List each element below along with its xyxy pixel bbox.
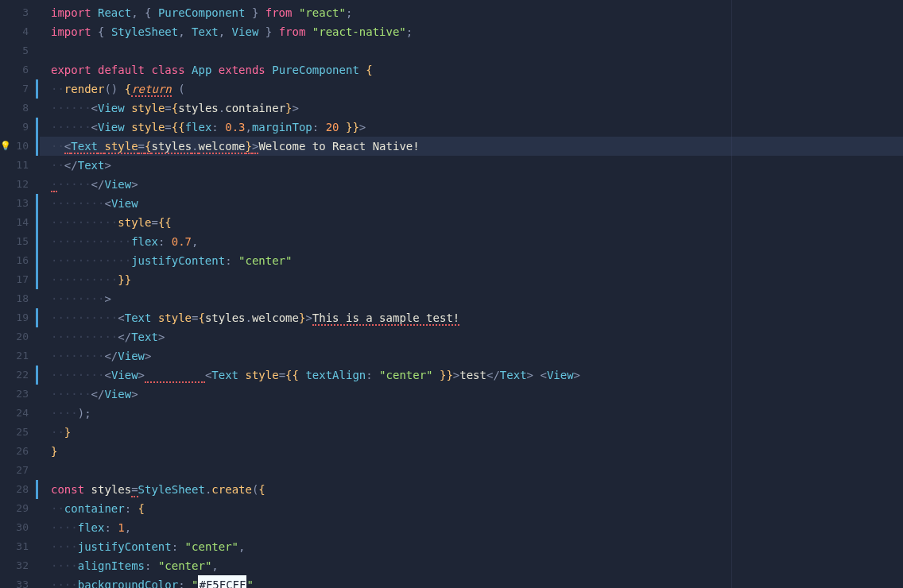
code-area[interactable]: import React, { PureComponent } from "re… (40, 0, 903, 588)
number: 0.7 (172, 235, 192, 248)
code-line[interactable]: ····alignItems: "center", (40, 556, 903, 575)
jsx-tag: View (547, 369, 574, 381)
code-line[interactable]: ········<View> <Text style={{ textAlign:… (40, 366, 903, 385)
jsx-tag: Text (131, 331, 158, 343)
identifier: styles (205, 311, 246, 324)
string: "center" (379, 369, 432, 381)
string: "center" (238, 254, 292, 267)
identifier: welcome (252, 311, 299, 324)
code-line[interactable]: ······<View style={styles.container}> (40, 99, 903, 118)
identifier: container (225, 102, 285, 114)
line-number: 3 (0, 3, 40, 22)
line-number: 8 (0, 99, 40, 118)
property: justifyContent (131, 254, 225, 267)
line-number: 4 (0, 22, 40, 41)
jsx-tag: Text (500, 369, 527, 381)
jsx-tag: Text (78, 159, 105, 172)
code-line[interactable]: ············flex: 0.7, (40, 232, 903, 251)
line-number: 22 (0, 366, 40, 385)
number: 20 (326, 121, 339, 133)
jsx-attr: style (131, 121, 165, 133)
code-line[interactable]: ············justifyContent: "center" (40, 251, 903, 270)
jsx-tag: View (98, 102, 125, 114)
code-line[interactable]: ··········}} (40, 270, 903, 289)
property: textAlign (305, 369, 366, 381)
keyword-export: export (51, 64, 91, 76)
method-name: render (64, 83, 105, 95)
code-line[interactable]: ······<View style={{flex: 0.3,marginTop:… (40, 118, 903, 137)
line-number: 25 (0, 423, 40, 442)
code-line[interactable]: ······</View> (40, 385, 903, 404)
line-number: 31 (0, 537, 40, 556)
code-line[interactable]: import { StyleSheet, Text, View } from "… (40, 22, 903, 41)
property: container (64, 502, 125, 515)
line-number: 29 (0, 499, 40, 518)
identifier: View (232, 25, 259, 38)
code-line[interactable]: ····justifyContent: "center", (40, 537, 903, 556)
code-line[interactable]: ··render() {return ( (40, 79, 903, 99)
jsx-text: test (459, 369, 486, 381)
keyword-from: from (279, 25, 306, 38)
code-line[interactable]: ······</View> (40, 175, 903, 194)
code-line[interactable]: const styles=StyleSheet.create({ (40, 480, 903, 499)
code-line[interactable]: } (40, 442, 903, 461)
code-line[interactable]: ········<View (40, 194, 903, 213)
property: justifyContent (78, 540, 172, 553)
line-number: 21 (0, 346, 40, 366)
keyword-class: class (151, 64, 184, 76)
code-line[interactable]: ····); (40, 404, 903, 423)
code-line[interactable]: ········> (40, 289, 903, 308)
property: backgroundColor (78, 578, 178, 588)
code-line[interactable] (40, 461, 903, 480)
line-number: 13 (0, 194, 40, 213)
code-editor[interactable]: 3 4 5 6 7 8 9 10 11 12 13 14 15 16 17 18… (0, 0, 903, 588)
code-line[interactable]: ··········<Text style={styles.welcome}>T… (40, 308, 903, 327)
code-line[interactable]: export default class App extends PureCom… (40, 60, 903, 79)
identifier: StyleSheet (138, 483, 205, 496)
keyword-default: default (98, 64, 145, 76)
number: 0.3 (225, 121, 245, 133)
jsx-tag: Text (211, 369, 238, 381)
code-line-highlighted[interactable]: 💡··<Text style={styles.welcome}>Welcome … (40, 137, 903, 156)
line-number: 5 (0, 41, 40, 60)
line-number: 18 (0, 289, 40, 308)
line-number: 9 (0, 118, 40, 137)
code-line[interactable]: ····backgroundColor: "#F5FCFF" (40, 575, 903, 588)
jsx-attr: style (158, 311, 192, 324)
code-line[interactable]: ··</Text> (40, 156, 903, 175)
code-line[interactable]: import React, { PureComponent } from "re… (40, 3, 903, 22)
line-number: 20 (0, 327, 40, 346)
identifier: styles (91, 483, 132, 496)
method-name: create (211, 483, 252, 496)
keyword-const: const (51, 483, 84, 496)
jsx-tag: Text (125, 311, 152, 324)
code-line[interactable]: ··········</Text> (40, 327, 903, 346)
property: marginTop (252, 121, 312, 133)
identifier: StyleSheet (111, 25, 178, 38)
jsx-attr: style (104, 140, 138, 154)
property: alignItems (78, 559, 145, 572)
class-name: App (192, 64, 211, 76)
identifier: styles (151, 140, 192, 154)
line-number-gutter: 3 4 5 6 7 8 9 10 11 12 13 14 15 16 17 18… (0, 0, 40, 588)
lightbulb-icon[interactable]: 💡 (0, 137, 11, 156)
jsx-tag: Text (71, 140, 98, 154)
line-number: 7 (0, 79, 40, 99)
code-line[interactable]: ··container: { (40, 499, 903, 518)
identifier: welcome (199, 140, 246, 154)
color-swatch: #F5FCFF (198, 575, 246, 588)
identifier: React (98, 6, 131, 19)
code-line[interactable]: ··} (40, 423, 903, 442)
line-number: 19 (0, 308, 40, 327)
line-number: 14 (0, 213, 40, 232)
jsx-tag: View (111, 369, 138, 381)
code-line[interactable]: ········</View> (40, 346, 903, 366)
line-number: 28 (0, 480, 40, 499)
jsx-tag: View (104, 178, 131, 191)
keyword-import: import (51, 25, 91, 38)
code-line[interactable] (40, 41, 903, 60)
code-line[interactable]: ··········style={{ (40, 213, 903, 232)
jsx-attr: style (131, 102, 165, 114)
code-line[interactable]: ····flex: 1, (40, 518, 903, 537)
string: "react" (299, 6, 346, 19)
